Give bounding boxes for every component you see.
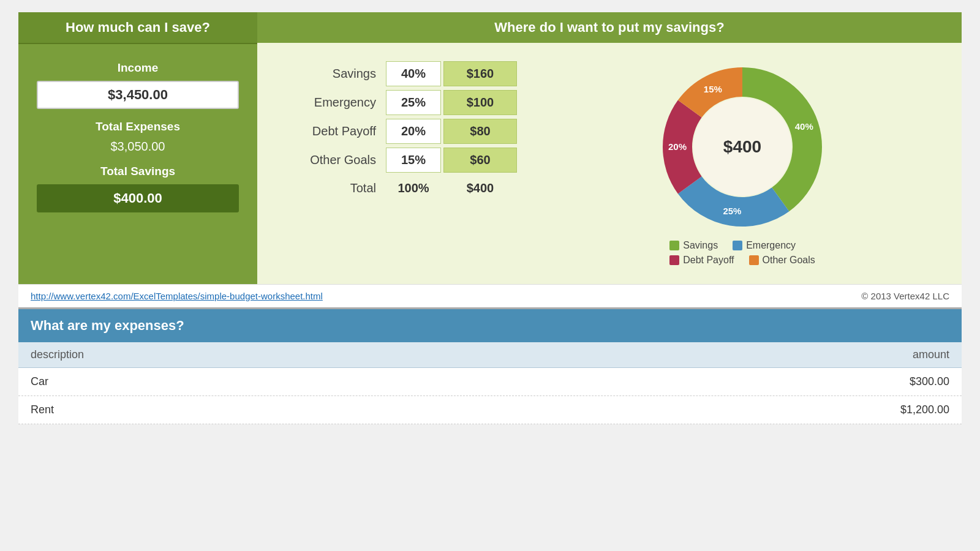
donut-pct-label: 40% <box>795 121 813 132</box>
expenses-value: $3,050.00 <box>111 140 165 154</box>
expense-amount: $1,200.00 <box>900 403 949 416</box>
donut-pct-label: 25% <box>723 206 741 216</box>
row-pct[interactable]: 20% <box>386 119 441 144</box>
left-panel-header: How much can I save? <box>18 12 257 44</box>
row-label: Debt Payoff <box>276 124 386 138</box>
row-amt: $80 <box>443 119 517 144</box>
row-pct: 100% <box>386 176 441 200</box>
legend-row-1: Savings Emergency <box>669 240 815 251</box>
row-amt: $400 <box>443 176 517 200</box>
savings-label: Total Savings <box>100 165 175 178</box>
row-pct[interactable]: 25% <box>386 90 441 115</box>
savings-row: Savings 40% $160 <box>276 61 517 86</box>
row-label: Savings <box>276 67 386 81</box>
legend-label: Savings <box>683 240 718 251</box>
savings-value: $400.00 <box>37 184 239 212</box>
expenses-section: What are my expenses? description amount… <box>18 307 962 424</box>
chart-area: 40%25%20%15% $400 Savings Emergency Debt… <box>541 61 943 266</box>
row-amt: $160 <box>443 61 517 86</box>
row-label: Other Goals <box>276 153 386 167</box>
chart-legend: Savings Emergency Debt Payoff Other Goal… <box>669 240 815 266</box>
donut-center-label: $400 <box>723 137 761 157</box>
right-panel-body: Savings 40% $160 Emergency 25% $100 Debt… <box>257 43 962 284</box>
row-pct[interactable]: 15% <box>386 148 441 173</box>
row-label: Emergency <box>276 96 386 110</box>
legend-item-savings: Savings <box>669 240 718 251</box>
savings-table: Savings 40% $160 Emergency 25% $100 Debt… <box>276 61 517 204</box>
legend-label: Emergency <box>746 240 796 251</box>
expenses-label: Total Expenses <box>96 120 180 133</box>
legend-label: Other Goals <box>763 255 815 266</box>
legend-item-emergency: Emergency <box>733 240 796 251</box>
footer-bar: http://www.vertex42.com/ExcelTemplates/s… <box>18 284 962 307</box>
donut-pct-label: 15% <box>704 84 722 94</box>
legend-item-other-goals: Other Goals <box>749 255 815 266</box>
col-description: description <box>31 348 84 361</box>
legend-row-2: Debt Payoff Other Goals <box>669 255 815 266</box>
legend-dot <box>669 241 679 250</box>
expenses-col-headers: description amount <box>18 342 962 368</box>
expense-row: Rent $1,200.00 <box>18 396 962 424</box>
savings-row: Debt Payoff 20% $80 <box>276 119 517 144</box>
expense-row: Car $300.00 <box>18 368 962 396</box>
expense-amount: $300.00 <box>910 375 949 388</box>
legend-dot <box>733 241 742 250</box>
footer-link[interactable]: http://www.vertex42.com/ExcelTemplates/s… <box>31 291 323 301</box>
footer-copyright: © 2013 Vertex42 LLC <box>861 291 949 301</box>
main-container: How much can I save? Income $3,450.00 To… <box>18 12 962 424</box>
row-amt: $60 <box>443 148 517 173</box>
row-pct[interactable]: 40% <box>386 61 441 86</box>
top-section: How much can I save? Income $3,450.00 To… <box>18 12 962 284</box>
income-value[interactable]: $3,450.00 <box>37 81 239 109</box>
legend-label: Debt Payoff <box>683 255 734 266</box>
donut-chart: 40%25%20%15% $400 <box>657 61 828 233</box>
row-amt: $100 <box>443 90 517 115</box>
expense-description: Rent <box>31 403 54 416</box>
legend-item-debt-payoff: Debt Payoff <box>669 255 734 266</box>
legend-wrapper: Savings Emergency Debt Payoff Other Goal… <box>669 240 815 266</box>
left-panel: How much can I save? Income $3,450.00 To… <box>18 12 257 284</box>
left-panel-body: Income $3,450.00 Total Expenses $3,050.0… <box>18 44 257 231</box>
expenses-header: What are my expenses? <box>18 309 962 342</box>
savings-row: Total 100% $400 <box>276 176 517 200</box>
income-label: Income <box>118 61 159 75</box>
row-label: Total <box>276 181 386 195</box>
expenses-rows: Car $300.00 Rent $1,200.00 <box>18 368 962 424</box>
right-panel: Where do I want to put my savings? Savin… <box>257 12 962 284</box>
donut-pct-label: 20% <box>668 141 687 152</box>
legend-dot <box>749 255 759 265</box>
right-panel-header: Where do I want to put my savings? <box>257 12 962 43</box>
savings-row: Emergency 25% $100 <box>276 90 517 115</box>
expense-description: Car <box>31 375 48 388</box>
savings-row: Other Goals 15% $60 <box>276 148 517 173</box>
legend-dot <box>669 255 679 265</box>
col-amount: amount <box>913 348 949 361</box>
